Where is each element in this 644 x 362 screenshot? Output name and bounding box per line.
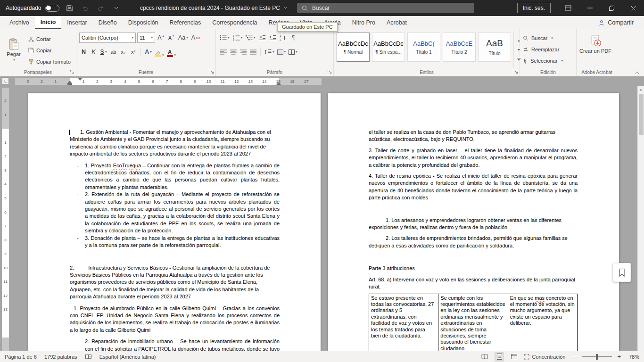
align-center-button[interactable] bbox=[229, 47, 238, 57]
scroll-up-icon[interactable]: ▲ bbox=[638, 86, 644, 93]
tab-acrobat[interactable]: Acrobat bbox=[381, 16, 413, 29]
tab-inicio[interactable]: Inicio bbox=[35, 16, 62, 29]
grow-font-button[interactable]: A▲ bbox=[157, 33, 165, 43]
restore-button[interactable] bbox=[601, 0, 622, 16]
zoom-slider[interactable] bbox=[582, 356, 612, 357]
decrease-indent-button[interactable] bbox=[258, 33, 267, 43]
page-1[interactable]: 1. Gestión Ambiental - Fomentar el manej… bbox=[28, 93, 321, 351]
tab-disposicion[interactable]: Disposición bbox=[123, 16, 164, 29]
tab-correspondencia[interactable]: Correspondencia bbox=[206, 16, 263, 29]
find-button[interactable]: Buscar▾ bbox=[523, 33, 573, 43]
language-indicator[interactable]: Español (América latina) bbox=[99, 354, 156, 360]
zoom-slider-thumb[interactable] bbox=[596, 354, 598, 360]
zoom-percentage[interactable]: 78% bbox=[626, 354, 639, 360]
align-left-button[interactable] bbox=[219, 47, 228, 57]
vertical-scrollbar[interactable]: ▲ bbox=[637, 86, 644, 351]
borders-button[interactable]: ▾ bbox=[288, 47, 298, 57]
web-layout-button[interactable] bbox=[509, 352, 519, 362]
tab-referencias[interactable]: Referencias bbox=[164, 16, 207, 29]
copy-button[interactable]: Copiar bbox=[28, 45, 71, 55]
numbering-button[interactable]: 123▾ bbox=[232, 33, 244, 43]
show-marks-button[interactable]: ¶ bbox=[289, 33, 298, 43]
cut-button[interactable]: Cortar bbox=[28, 34, 71, 44]
table-cell[interactable]: Se cumple con los requerimientos estable… bbox=[438, 294, 508, 351]
redo-icon[interactable] bbox=[95, 2, 106, 14]
first-line-indent-marker[interactable] bbox=[78, 78, 83, 81]
multilevel-list-button[interactable]: ▾ bbox=[245, 33, 256, 43]
align-justify-button[interactable] bbox=[248, 47, 257, 57]
style-no-spacing[interactable]: AaBbCcDc ¶ Sin espa... bbox=[372, 33, 405, 62]
close-button[interactable] bbox=[622, 0, 644, 16]
scrollbar-thumb[interactable] bbox=[639, 94, 644, 135]
shrink-font-button[interactable]: A▼ bbox=[167, 33, 176, 43]
line-spacing-button[interactable]: ▾ bbox=[264, 47, 275, 57]
left-indent-marker[interactable] bbox=[67, 83, 72, 85]
collapse-ribbon-button[interactable] bbox=[635, 71, 639, 74]
underline-button[interactable]: S▾ bbox=[99, 47, 108, 57]
bold-button[interactable]: N bbox=[79, 47, 88, 57]
select-button[interactable]: Seleccionar▾ bbox=[523, 56, 573, 66]
read-mode-button[interactable] bbox=[480, 352, 489, 362]
print-layout-button[interactable] bbox=[495, 352, 504, 362]
font-color-button[interactable]: A ▾ bbox=[166, 47, 177, 57]
change-case-button[interactable]: Aa▾ bbox=[177, 33, 189, 43]
style-title[interactable]: AaB Título bbox=[478, 33, 511, 62]
autosave-toggle[interactable] bbox=[45, 5, 59, 12]
italic-button[interactable]: K bbox=[89, 47, 98, 57]
font-size-select[interactable]: 11▾ bbox=[137, 33, 155, 43]
table-cell[interactable]: En que se mas concreto en el momento de … bbox=[508, 294, 577, 351]
style-heading-1[interactable]: AaBbC( Título 1 bbox=[407, 33, 440, 62]
sign-in-button[interactable]: Inic. ses. bbox=[517, 3, 551, 13]
vertical-ruler[interactable]: 2112345678910111213 bbox=[2, 88, 9, 351]
bullets-button[interactable]: ▾ bbox=[219, 33, 231, 43]
parrafo-dialog-launcher[interactable] bbox=[327, 69, 332, 74]
horizontal-ruler[interactable]: 3211234567891011121314151617 bbox=[15, 78, 322, 85]
subscript-button[interactable]: x₂ bbox=[119, 47, 128, 57]
zoom-in-button[interactable]: + bbox=[617, 354, 621, 359]
align-right-button[interactable] bbox=[239, 47, 248, 57]
tab-insertar[interactable]: Insertar bbox=[61, 16, 92, 29]
table-cell[interactable]: Se estuvo presente en todas las convocat… bbox=[369, 294, 438, 351]
focus-mode-button[interactable]: Concentración bbox=[524, 354, 565, 360]
right-indent-marker[interactable] bbox=[276, 82, 281, 85]
text-effects-button[interactable]: A▾ bbox=[144, 47, 153, 57]
estilos-dialog-launcher[interactable] bbox=[513, 69, 518, 74]
list-item: - 2. Extensión de la ruta del guayacán –… bbox=[77, 191, 280, 234]
minimize-button[interactable] bbox=[579, 0, 601, 16]
strikethrough-button[interactable]: ab bbox=[109, 47, 118, 57]
fuente-dialog-launcher[interactable] bbox=[209, 69, 214, 74]
style-heading-2[interactable]: AaBbCcE Título 2 bbox=[443, 33, 476, 62]
tab-nitro-pro[interactable]: Nitro Pro bbox=[347, 16, 381, 29]
tab-diseno[interactable]: Diseño bbox=[93, 16, 123, 29]
replace-button[interactable]: Reemplazar bbox=[523, 45, 573, 54]
highlight-button[interactable]: ▾ bbox=[154, 47, 165, 57]
portapapeles-dialog-launcher[interactable] bbox=[70, 69, 74, 74]
ribbon-display-options-icon[interactable] bbox=[557, 0, 579, 16]
page-indicator[interactable]: Página 1 de 6 bbox=[5, 354, 37, 360]
margin-note-button[interactable] bbox=[613, 263, 631, 282]
clear-formatting-button[interactable]: A bbox=[190, 33, 201, 43]
format-painter-button[interactable]: Copiar formato bbox=[28, 57, 71, 66]
paste-button[interactable]: Pegar ▾ bbox=[3, 32, 25, 68]
superscript-button[interactable]: x² bbox=[129, 47, 138, 57]
quick-access-caret-icon[interactable] bbox=[110, 2, 122, 14]
page-2[interactable]: el taller se realiza en la casa de don P… bbox=[328, 93, 619, 351]
style-normal[interactable]: AaBbCcDc ¶ Normal bbox=[337, 33, 370, 62]
document-title[interactable]: cpccs rendicion de cuenta 2024 - Guardad… bbox=[140, 0, 288, 16]
share-button[interactable]: Compartir bbox=[592, 16, 640, 29]
increase-indent-button[interactable] bbox=[268, 33, 277, 43]
save-icon[interactable] bbox=[64, 2, 75, 14]
focus-icon bbox=[524, 354, 529, 360]
sort-button[interactable]: AZ bbox=[279, 33, 288, 43]
create-pdf-button[interactable]: Crear un PDF bbox=[579, 32, 611, 54]
tab-archivo[interactable]: Archivo bbox=[4, 16, 35, 29]
undo-icon[interactable] bbox=[79, 2, 91, 14]
tab-stop-selector[interactable]: L bbox=[2, 77, 9, 84]
font-name-select[interactable]: Calibri (Cuerpo)▾ bbox=[79, 33, 136, 43]
document-table[interactable]: Se estuvo presente en todas las convocat… bbox=[369, 294, 578, 351]
proofing-status-icon[interactable] bbox=[85, 354, 92, 360]
word-count[interactable]: 1792 palabras bbox=[44, 354, 77, 360]
search-box[interactable]: Buscar bbox=[297, 3, 474, 13]
shading-button[interactable]: ▾ bbox=[276, 47, 287, 57]
zoom-out-button[interactable]: — bbox=[570, 354, 577, 359]
